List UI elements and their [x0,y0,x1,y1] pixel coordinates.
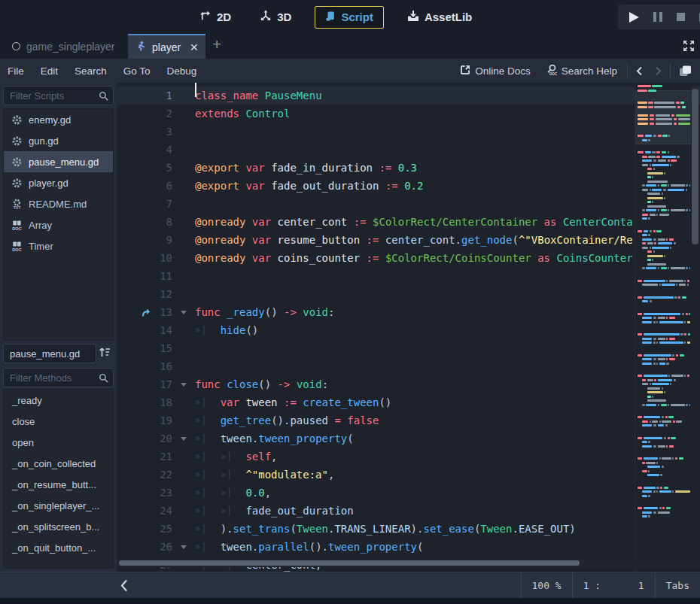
line-number[interactable]: 24 [153,505,172,517]
method-list-item[interactable]: close [4,411,113,432]
indent-mode[interactable]: Tabs [655,572,700,599]
method-list-item[interactable]: _on_coin_collected [4,453,113,474]
method-list-item[interactable]: _on_singleplayer_... [4,495,113,516]
line-number[interactable]: 2 [153,108,172,120]
code-line[interactable]: 12 [117,285,700,303]
code-line[interactable]: 16 [117,357,700,375]
collapse-sidebar-icon[interactable] [120,579,128,595]
menu-file[interactable]: File [0,65,32,77]
minimap-viewport[interactable] [635,90,691,144]
pause-button[interactable] [653,12,662,22]
line-number[interactable]: 23 [153,487,172,499]
script-list-item[interactable]: player.gd [4,172,113,193]
play-button[interactable] [629,12,639,23]
method-list-item[interactable]: open [4,432,113,453]
line-number[interactable]: 22 [153,469,172,481]
script-list-item[interactable]: pause_menu.gd [4,151,113,172]
code-line[interactable]: 1class_name PauseMenu [117,87,700,105]
line-number[interactable]: 25 [153,523,172,535]
script-list-item[interactable]: DOCArray [4,214,113,235]
scene-tab-player[interactable]: player × [128,34,205,59]
code-line[interactable]: 19»|get_tree().paused = false [117,411,700,429]
code-line[interactable]: 26»|tween.parallel().tween_property( [117,538,700,556]
code-line[interactable]: 11 [117,267,700,285]
code-line[interactable]: 18»|var tween := create_tween() [117,393,700,411]
code-line[interactable]: 17func close() -> void: [117,375,700,393]
code-line[interactable]: 6@export var fade_out_duration := 0.2 [117,177,700,195]
workspace-script-button[interactable]: Script [315,6,384,29]
line-number[interactable]: 19 [153,414,172,426]
new-scene-tab-button[interactable]: + [212,35,221,53]
filter-scripts-input[interactable] [4,90,99,102]
stop-button[interactable] [677,13,685,21]
code-line[interactable]: 3 [117,123,700,141]
line-number[interactable]: 18 [153,396,172,408]
code-line[interactable]: 7 [117,195,700,213]
zoom-level[interactable]: 100 % [521,572,572,599]
method-list-item[interactable]: _on_resume_butt... [4,474,113,495]
line-number[interactable]: 3 [153,126,172,138]
method-list-item[interactable]: _on_quit_button_... [4,537,113,558]
line-number[interactable]: 1 [153,90,172,102]
scene-tab-game-singleplayer[interactable]: game_singleplayer [5,34,123,59]
vertical-scrollbar[interactable] [692,89,698,244]
menu-search[interactable]: Search [66,65,115,77]
line-number[interactable]: 12 [153,288,172,300]
code-line[interactable]: 20»|tween.tween_property( [117,429,700,448]
menu-goto[interactable]: Go To [115,65,159,77]
history-back-button[interactable] [632,65,647,77]
code-line[interactable]: 14»|hide() [117,321,700,339]
method-list-item[interactable]: _on_splitscreen_b... [4,516,113,537]
code-line[interactable]: 25»|).set_trans(Tween.TRANS_LINEAR).set_… [117,520,700,538]
code-line[interactable]: 23»|»|0.0, [117,484,700,502]
line-number[interactable]: 20 [153,433,172,445]
line-number[interactable]: 15 [153,342,172,354]
line-number[interactable]: 11 [153,270,172,282]
script-list-item[interactable]: enemy.gd [4,109,113,130]
workspace-assetlib-button[interactable]: AssetLib [402,5,477,29]
fold-arrow-icon[interactable] [172,311,195,314]
line-number[interactable]: 6 [153,180,172,192]
line-number[interactable]: 14 [153,324,172,336]
workspace-3d-button[interactable]: 3D [254,5,297,29]
menu-edit[interactable]: Edit [32,65,66,77]
code-line[interactable]: 10@onready var coins_counter := $ColorRe… [117,249,700,267]
menu-debug[interactable]: Debug [159,65,205,77]
script-list-item[interactable]: DOCTimer [4,235,113,256]
line-number[interactable]: 16 [153,360,172,372]
code-line[interactable]: 13func _ready() -> void: [117,303,700,321]
history-forward-button[interactable] [651,65,665,77]
line-number[interactable]: 21 [153,451,172,463]
horizontal-scrollbar-thumb[interactable] [119,560,580,566]
code-line[interactable]: 22»|»|^"modulate:a", [117,466,700,484]
online-docs-button[interactable]: Online Docs [455,65,536,77]
code-line[interactable]: 9@onready var resume_button := center_co… [117,231,700,249]
horizontal-scrollbar-track[interactable] [117,559,700,567]
line-number[interactable]: 9 [153,234,172,246]
script-list-item[interactable]: gun.gd [4,130,113,151]
line-number[interactable]: 7 [153,198,172,210]
code-line[interactable]: 2extends Control [117,105,700,123]
filter-methods-input[interactable] [4,372,99,384]
fold-arrow-icon[interactable] [172,545,195,549]
line-number[interactable]: 8 [153,216,172,228]
line-number[interactable]: 4 [153,144,172,156]
sort-methods-icon[interactable] [99,347,111,358]
code-editor[interactable]: 1class_name PauseMenu2extends Control345… [117,83,700,572]
code-minimap[interactable] [635,83,691,572]
code-line[interactable]: 4 [117,141,700,159]
fold-arrow-icon[interactable] [172,437,195,441]
line-number[interactable]: 5 [153,162,172,174]
line-number[interactable]: 10 [153,252,172,264]
workspace-2d-button[interactable]: 2D [194,5,236,29]
code-line[interactable]: 15 [117,339,700,357]
search-help-button[interactable]: DOC Search Help [540,64,622,77]
fold-arrow-icon[interactable] [172,383,195,387]
make-floating-button[interactable] [675,64,695,78]
code-line[interactable]: 21»|»|self, [117,448,700,466]
method-list-item[interactable]: _ready [4,390,113,411]
code-line[interactable]: 8@onready var center_cont := $ColorRect/… [117,213,700,231]
line-number[interactable]: 13 [153,306,172,318]
line-number[interactable]: 26 [153,541,172,553]
script-list-item[interactable]: TXTREADME.md [4,193,113,214]
